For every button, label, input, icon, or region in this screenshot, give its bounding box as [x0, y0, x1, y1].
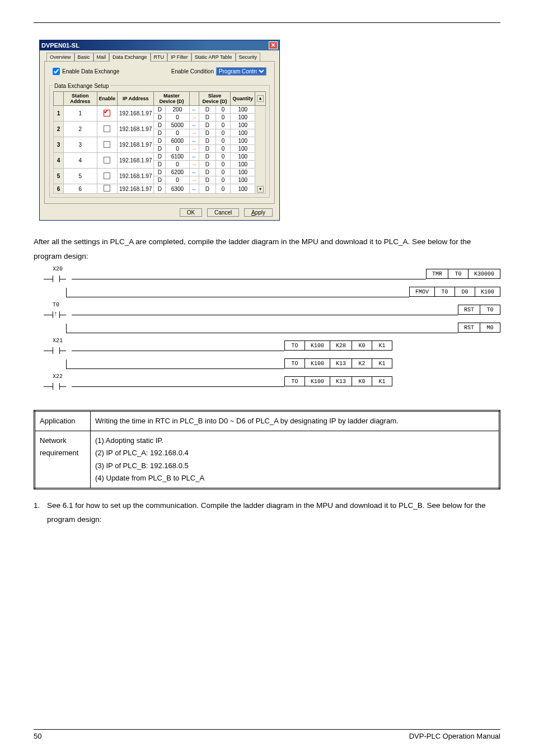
- dialog-title: DVPEN01-SL: [41, 42, 79, 49]
- scroll-up-icon[interactable]: ▴: [257, 95, 264, 102]
- ok-button[interactable]: OK: [180, 208, 202, 217]
- list-text: See 6.1 for how to set up the communicat…: [47, 498, 500, 527]
- enable-checkbox[interactable]: [53, 68, 60, 75]
- tab-data-exchange[interactable]: Data Exchange: [109, 53, 151, 62]
- info-table: Application Writing the time in RTC in P…: [34, 410, 500, 489]
- info-label-net: Network requirement: [35, 431, 91, 488]
- instr-rst: RST T0: [458, 305, 500, 315]
- arrow-left-icon: ←: [191, 186, 197, 192]
- col-arrow: [189, 92, 199, 106]
- scroll-down-icon: ▾: [257, 186, 264, 193]
- enable-data-exchange[interactable]: Enable Data Exchange: [53, 68, 119, 75]
- arrow-right-icon: →: [191, 114, 197, 120]
- settings-dialog: DVPEN01-SL ✕ Overview Basic Mail Data Ex…: [39, 40, 280, 221]
- enable-row-checkbox: [104, 125, 110, 132]
- tab-basic[interactable]: Basic: [74, 53, 93, 61]
- header-rule: [34, 22, 500, 23]
- tab-overview[interactable]: Overview: [46, 53, 74, 61]
- instr-to: TO K100 K28 K0 K1: [284, 340, 392, 351]
- titlebar: DVPEN01-SL ✕: [40, 40, 279, 50]
- cond-label: Enable Condition: [171, 68, 214, 74]
- no-contact: [49, 276, 66, 283]
- arrow-right-icon: →: [191, 177, 197, 183]
- enable-row-checkbox: [104, 185, 110, 192]
- tab-rtu[interactable]: RTU: [151, 53, 167, 61]
- table-row[interactable]: 33192.168.1.97D6000←D0100: [54, 137, 266, 145]
- col-station: Station Address: [64, 92, 97, 106]
- contact-label: X22: [53, 374, 63, 380]
- instr-to: TO K100 K13 K2 K1: [284, 358, 392, 368]
- col-ip: IP Address: [118, 92, 154, 106]
- arrow-left-icon: ←: [191, 138, 197, 144]
- col-master: Master Device (D): [154, 92, 189, 106]
- arrow-right-icon: →: [191, 146, 197, 152]
- arrow-left-icon: ←: [191, 153, 197, 160]
- de-setup-box: Station Address Enable IP Address Master…: [49, 85, 270, 198]
- enable-label: Enable Data Exchange: [62, 68, 119, 74]
- instr-fmov: FMOV T0 D0 K100: [409, 287, 500, 297]
- numbered-list: 1. See 6.1 for how to set up the communi…: [34, 498, 500, 527]
- arrow-left-icon: ←: [191, 122, 197, 128]
- instr-tmr: TMR T0 K30000: [426, 269, 500, 279]
- arrow-right-icon: →: [191, 161, 197, 167]
- apply-button[interactable]: Apply: [244, 208, 273, 217]
- arrow-right-icon: →: [191, 130, 197, 136]
- footer-title: DVP-PLC Operation Manual: [409, 732, 500, 740]
- info-label-app: Application: [35, 411, 91, 431]
- arrow-left-icon: ←: [191, 169, 197, 175]
- enable-row-checkbox: [104, 172, 110, 179]
- close-icon[interactable]: ✕: [269, 41, 278, 49]
- list-num: 1.: [34, 498, 47, 527]
- table-row[interactable]: 11192.168.1.97D200←D0100▾: [54, 106, 266, 114]
- cancel-button[interactable]: Cancel: [207, 208, 239, 217]
- enable-row-checkbox: [104, 110, 110, 116]
- page-number: 50: [34, 732, 41, 740]
- de-table: Station Address Enable IP Address Master…: [53, 91, 266, 194]
- table-row[interactable]: 66192.168.1.97D6300←D0100: [54, 184, 266, 194]
- rising-contact: [49, 311, 66, 319]
- col-scroll: ▴: [255, 92, 266, 106]
- no-contact: [49, 347, 66, 355]
- tab-mail[interactable]: Mail: [93, 53, 110, 61]
- tabstrip: Overview Basic Mail Data Exchange RTU IP…: [44, 53, 275, 61]
- cond-select[interactable]: Program Control: [216, 67, 266, 76]
- tab-static-arp[interactable]: Static ARP Table: [191, 53, 236, 61]
- col-qty: Quantity: [231, 92, 255, 106]
- table-row[interactable]: 44192.168.1.97D6100←D0100: [54, 153, 266, 161]
- para-1: After all the settings in PLC_A are comp…: [34, 235, 500, 263]
- instr-to: TO K100 K13 K0 K1: [284, 376, 392, 386]
- info-val-net: (1) Adopting static IP. (2) IP of PLC_A:…: [91, 431, 500, 488]
- contact-label: T0: [53, 302, 59, 308]
- col-enable: Enable: [97, 92, 118, 106]
- enable-row-checkbox: [104, 157, 110, 164]
- col-idx: [54, 92, 64, 106]
- apply-rest: pply: [255, 209, 265, 216]
- instr-rst: RST M0: [458, 323, 500, 333]
- enable-row-checkbox: [104, 141, 110, 148]
- no-contact: [49, 383, 66, 391]
- fieldset-label: Data Exchange Setup: [53, 83, 110, 89]
- info-val-app: Writing the time in RTC in PLC_B into D0…: [91, 411, 500, 431]
- page-footer: 50 DVP-PLC Operation Manual: [34, 729, 500, 740]
- tab-security[interactable]: Security: [236, 53, 261, 61]
- col-slave: Slave Device (D): [199, 92, 231, 106]
- ladder-diagram: X20 TMR T0 K30000 FMOV T0 D0 K100 T0 RST…: [34, 268, 500, 393]
- dialog-buttons: OK Cancel Apply: [44, 204, 275, 217]
- contact-label: X20: [53, 266, 63, 272]
- contact-label: X21: [53, 338, 63, 344]
- table-row[interactable]: 55192.168.1.97D6200←D0100: [54, 169, 266, 176]
- table-row[interactable]: 22192.168.1.97D5000←D0100: [54, 122, 266, 129]
- tab-panel: Enable Data Exchange Enable Condition Pr…: [44, 61, 275, 204]
- tab-ip-filter[interactable]: IP Filter: [167, 53, 191, 61]
- arrow-left-icon: ←: [191, 106, 197, 113]
